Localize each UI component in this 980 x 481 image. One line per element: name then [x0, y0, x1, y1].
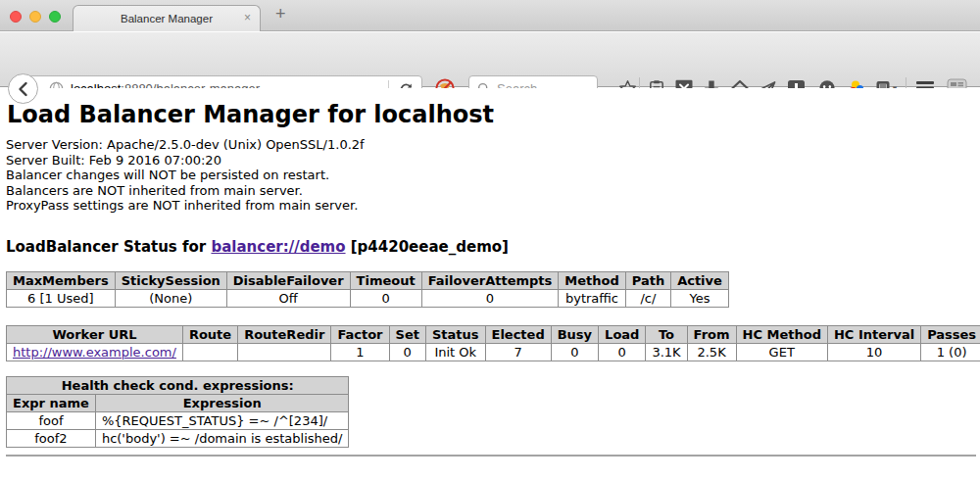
- col-routeredir: RouteRedir: [238, 325, 331, 343]
- col-timeout: Timeout: [350, 271, 421, 289]
- col-active: Active: [671, 271, 729, 289]
- tab-bar: Balancer Manager × +: [0, 0, 980, 31]
- worker-url-cell: http://www.example.com/: [7, 343, 183, 361]
- worker-factor: 1: [331, 343, 389, 361]
- val-active: Yes: [671, 289, 729, 307]
- expr-name-1: foof: [7, 411, 96, 429]
- persist-notice-line: Balancer changes will NOT be persisted o…: [6, 168, 980, 183]
- worker-passes: 1 (0): [921, 343, 980, 361]
- tab-close-icon[interactable]: ×: [244, 11, 251, 24]
- worker-from: 2.5K: [687, 343, 736, 361]
- worker-route: [182, 343, 237, 361]
- val-failoverattempts: 0: [421, 289, 559, 307]
- health-table-title: Health check cond. expressions:: [7, 376, 349, 394]
- col-path: Path: [625, 271, 670, 289]
- footer-divider: [6, 455, 976, 457]
- navigation-toolbar: localhost:8880/balancer-manager: [0, 32, 980, 87]
- val-disablefailover: Off: [226, 289, 350, 307]
- col-worker-url: Worker URL: [7, 325, 183, 343]
- tab-title: Balancer Manager: [121, 13, 213, 24]
- health-header-row: Expr name Expression: [7, 394, 349, 411]
- worker-to: 3.1K: [646, 343, 687, 361]
- col-factor: Factor: [331, 325, 389, 343]
- col-disablefailover: DisableFailover: [226, 271, 350, 289]
- worker-header-row: Worker URL Route RouteRedir Factor Set S…: [7, 325, 980, 343]
- worker-data-row: http://www.example.com/ 1 0 Init Ok 7 0 …: [7, 343, 980, 361]
- val-timeout: 0: [350, 289, 421, 307]
- proxypass-notice-line: ProxyPass settings are NOT inherited fro…: [6, 198, 980, 214]
- worker-load: 0: [599, 343, 646, 361]
- status-heading-suffix: [p4420eeae_demo]: [346, 238, 509, 256]
- col-from: From: [687, 325, 736, 343]
- window-controls: [10, 11, 61, 23]
- balancer-demo-link[interactable]: balancer://demo: [211, 238, 345, 256]
- col-busy: Busy: [551, 325, 598, 343]
- col-set: Set: [389, 325, 425, 343]
- server-built-line: Server Built: Feb 9 2016 07:00:20: [6, 153, 980, 168]
- worker-table: Worker URL Route RouteRedir Factor Set S…: [6, 325, 980, 361]
- col-failoverattempts: FailoverAttempts: [421, 271, 559, 289]
- worker-set: 0: [389, 343, 425, 361]
- col-load: Load: [599, 325, 646, 343]
- expr-value-1: %{REQUEST_STATUS} =~ /^[234]/: [95, 411, 349, 429]
- worker-url-link[interactable]: http://www.example.com/: [13, 345, 176, 360]
- loadbalancer-status-heading: LoadBalancer Status for balancer://demo …: [6, 238, 980, 256]
- col-method: Method: [559, 271, 625, 289]
- worker-status: Init Ok: [425, 343, 485, 361]
- worker-hc-interval: 10: [827, 343, 920, 361]
- health-row-foof: foof %{REQUEST_STATUS} =~ /^[234]/: [7, 411, 349, 429]
- back-arrow-icon: [16, 81, 31, 97]
- worker-routeredir: [238, 343, 331, 361]
- val-stickysession: (None): [115, 289, 226, 307]
- balancer-params-header-row: MaxMembers StickySession DisableFailover…: [7, 271, 729, 289]
- balancer-params-table: MaxMembers StickySession DisableFailover…: [6, 271, 729, 308]
- col-stickysession: StickySession: [115, 271, 226, 289]
- status-heading-prefix: LoadBalancer Status for: [6, 238, 211, 256]
- minimize-window-button[interactable]: [29, 11, 41, 23]
- worker-elected: 7: [485, 343, 551, 361]
- zoom-window-button[interactable]: [49, 11, 61, 23]
- col-expr-name: Expr name: [7, 394, 96, 411]
- col-hc-interval: HC Interval: [827, 325, 920, 343]
- col-maxmembers: MaxMembers: [7, 271, 116, 289]
- col-elected: Elected: [485, 325, 551, 343]
- val-method: bytraffic: [559, 289, 625, 307]
- col-expression: Expression: [95, 394, 349, 411]
- new-tab-button[interactable]: +: [275, 4, 286, 24]
- balancer-params-data-row: 6 [1 Used] (None) Off 0 0 bytraffic /c/ …: [7, 289, 729, 307]
- expr-name-2: foof2: [7, 429, 96, 447]
- back-button[interactable]: [8, 73, 38, 104]
- col-to: To: [646, 325, 687, 343]
- tab-balancer-manager[interactable]: Balancer Manager ×: [73, 5, 261, 31]
- health-title-row: Health check cond. expressions:: [7, 376, 349, 394]
- worker-busy: 0: [551, 343, 598, 361]
- col-route: Route: [182, 325, 237, 343]
- col-hc-method: HC Method: [736, 325, 827, 343]
- health-row-foof2: foof2 hc('body') =~ /domain is establish…: [7, 429, 349, 447]
- col-passes: Passes: [921, 325, 980, 343]
- val-maxmembers: 6 [1 Used]: [7, 289, 116, 307]
- worker-hc-method: GET: [736, 343, 827, 361]
- page-title: Load Balancer Manager for localhost: [7, 101, 980, 128]
- inherit-notice-line: Balancers are NOT inherited from main se…: [6, 183, 980, 199]
- val-path: /c/: [625, 289, 670, 307]
- close-window-button[interactable]: [10, 11, 22, 23]
- col-status: Status: [425, 325, 485, 343]
- server-version-line: Server Version: Apache/2.5.0-dev (Unix) …: [6, 137, 980, 153]
- browser-window: Balancer Manager × + localhost:8880/bala…: [0, 0, 980, 481]
- expr-value-2: hc('body') =~ /domain is established/: [95, 429, 349, 447]
- health-check-table: Health check cond. expressions: Expr nam…: [6, 376, 349, 448]
- page-content: Load Balancer Manager for localhost Serv…: [0, 88, 980, 481]
- server-info: Server Version: Apache/2.5.0-dev (Unix) …: [6, 137, 980, 214]
